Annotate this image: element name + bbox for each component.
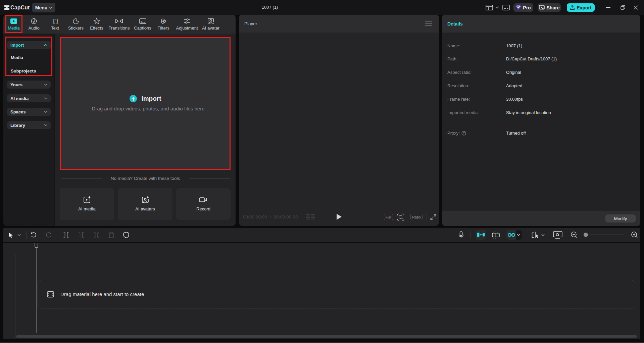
- svg-text:TI: TI: [52, 18, 58, 24]
